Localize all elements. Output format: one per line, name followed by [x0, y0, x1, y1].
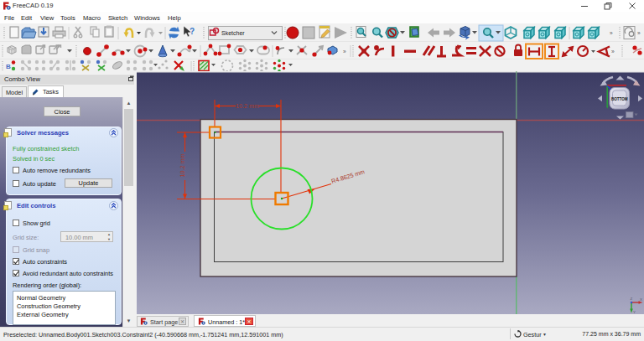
svg-text:»: » [610, 30, 613, 36]
svg-text:X: X [640, 297, 642, 302]
svg-text:»: » [611, 49, 615, 54]
svg-text:10.2 mm: 10.2 mm [179, 154, 186, 178]
svg-text:Z: Z [631, 297, 633, 301]
svg-text:Sketcher: Sketcher [221, 30, 245, 36]
svg-text:»: » [343, 49, 346, 54]
svg-text:»: » [637, 30, 641, 36]
svg-text:Y: Y [633, 310, 636, 314]
svg-text:10.2 mm: 10.2 mm [236, 102, 259, 110]
svg-text:B: B [6, 63, 11, 70]
svg-text:?: ? [190, 27, 195, 36]
svg-text:BOTTOM: BOTTOM [611, 97, 628, 101]
